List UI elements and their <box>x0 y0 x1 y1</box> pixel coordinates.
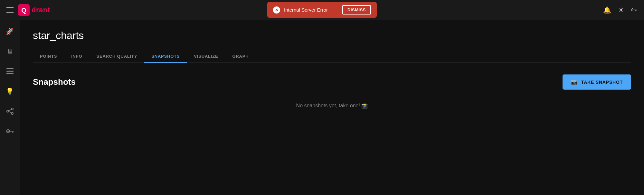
header-right: 🔔 ☀ 🗝 <box>603 6 638 14</box>
take-snapshot-label: TAKE SNAPSHOT <box>581 80 623 85</box>
integrations-icon <box>6 108 14 115</box>
svg-text:Q: Q <box>21 7 26 14</box>
svg-rect-4 <box>6 73 14 74</box>
svg-point-7 <box>11 112 13 114</box>
hamburger-menu[interactable] <box>6 7 14 13</box>
snapshots-section-header: Snapshots 📷 TAKE SNAPSHOT <box>33 74 631 90</box>
tab-points[interactable]: POINTS <box>33 51 64 63</box>
svg-line-8 <box>9 109 11 111</box>
page-title: star_charts <box>33 30 631 42</box>
tab-snapshots[interactable]: SNAPSHOTS <box>144 51 187 63</box>
empty-state: No snapshots yet, take one! 📸 <box>33 102 631 109</box>
camera-icon: 📷 <box>571 79 578 85</box>
tabs-bar: POINTS INFO SEARCH QUALITY SNAPSHOTS VIS… <box>33 51 631 63</box>
error-notification: Internal Server Error DISMISS <box>267 2 377 18</box>
dismiss-button[interactable]: DISMISS <box>342 5 371 15</box>
key-icon[interactable]: 🗝 <box>631 6 638 14</box>
tab-graph[interactable]: GRAPH <box>225 51 256 63</box>
svg-point-6 <box>11 108 13 110</box>
sidebar: 🚀 🖥 💡 <box>0 20 20 195</box>
main-content: star_charts POINTS INFO SEARCH QUALITY S… <box>20 20 644 195</box>
bell-icon[interactable]: 🔔 <box>603 6 611 14</box>
error-message: Internal Server Error <box>284 7 338 13</box>
sidebar-item-insights[interactable]: 💡 <box>4 85 16 97</box>
sidebar-item-monitor[interactable]: 🖥 <box>4 45 16 57</box>
svg-line-9 <box>9 111 11 113</box>
tab-visualize[interactable]: VISUALIZE <box>187 51 225 63</box>
main-layout: 🚀 🖥 💡 <box>0 20 644 195</box>
snapshots-title: Snapshots <box>33 77 76 87</box>
svg-point-5 <box>7 110 9 112</box>
sidebar-item-integrations[interactable] <box>4 105 16 117</box>
sidebar-item-rocket[interactable]: 🚀 <box>4 25 16 37</box>
logo-text: drant <box>32 6 50 14</box>
header: Q drant Internal Server Error DISMISS 🔔 … <box>0 0 644 20</box>
svg-rect-14 <box>13 132 14 132</box>
logo[interactable]: Q drant <box>18 4 50 16</box>
tab-search-quality[interactable]: SEARCH QUALITY <box>89 51 144 63</box>
svg-rect-13 <box>12 132 13 133</box>
header-left: Q drant <box>6 4 50 16</box>
svg-rect-12 <box>10 131 14 132</box>
take-snapshot-button[interactable]: 📷 TAKE SNAPSHOT <box>563 74 631 90</box>
svg-point-11 <box>7 131 9 132</box>
brightness-icon[interactable]: ☀ <box>618 6 624 14</box>
tab-info[interactable]: INFO <box>64 51 89 63</box>
empty-message: No snapshots yet, take one! 📸 <box>296 103 368 108</box>
sidebar-item-api-keys[interactable] <box>4 125 16 137</box>
sidebar-item-collections[interactable] <box>4 65 16 77</box>
svg-rect-2 <box>6 68 14 69</box>
logo-icon: Q <box>18 4 30 16</box>
error-x-icon <box>273 6 280 14</box>
api-key-icon <box>6 129 14 133</box>
svg-rect-3 <box>6 71 14 72</box>
collections-icon <box>6 68 14 75</box>
